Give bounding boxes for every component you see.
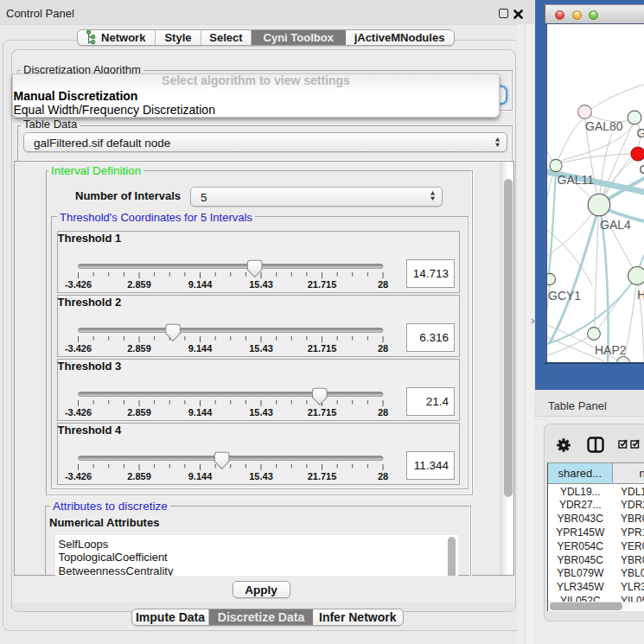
svg-text:21.715: 21.715 bbox=[308, 343, 337, 354]
svg-text:-3.426: -3.426 bbox=[65, 471, 92, 481]
svg-text:GCY1: GCY1 bbox=[548, 289, 581, 303]
svg-text:2.859: 2.859 bbox=[127, 279, 151, 290]
svg-text:-3.426: -3.426 bbox=[65, 279, 92, 290]
svg-text:GAL80: GAL80 bbox=[585, 119, 623, 133]
svg-text:-3.426: -3.426 bbox=[65, 407, 92, 418]
svg-text:28: 28 bbox=[378, 471, 388, 481]
svg-text:15.43: 15.43 bbox=[249, 343, 273, 354]
svg-text:21.715: 21.715 bbox=[308, 407, 337, 418]
svg-text:9.144: 9.144 bbox=[188, 407, 213, 418]
svg-text:15.43: 15.43 bbox=[249, 471, 273, 481]
svg-text:H: H bbox=[637, 288, 644, 302]
svg-text:GA: GA bbox=[636, 126, 644, 140]
svg-text:GAL4: GAL4 bbox=[600, 218, 631, 232]
svg-text:-3.426: -3.426 bbox=[65, 343, 92, 354]
svg-text:2.859: 2.859 bbox=[127, 407, 151, 418]
svg-text:GAL11: GAL11 bbox=[557, 173, 594, 187]
svg-text:9.144: 9.144 bbox=[188, 471, 213, 481]
svg-text:28: 28 bbox=[378, 279, 388, 290]
svg-text:15.43: 15.43 bbox=[249, 407, 273, 418]
svg-text:15.43: 15.43 bbox=[249, 279, 273, 290]
svg-text:21.715: 21.715 bbox=[308, 279, 337, 290]
svg-text:9.144: 9.144 bbox=[188, 343, 213, 354]
svg-text:21.715: 21.715 bbox=[308, 471, 337, 481]
svg-text:HAP2: HAP2 bbox=[595, 343, 627, 357]
svg-text:2.859: 2.859 bbox=[127, 343, 151, 354]
svg-text:C: C bbox=[639, 163, 644, 176]
svg-text:2.859: 2.859 bbox=[127, 471, 151, 481]
svg-text:28: 28 bbox=[378, 343, 388, 354]
svg-text:9.144: 9.144 bbox=[188, 279, 213, 290]
svg-text:28: 28 bbox=[378, 407, 388, 418]
